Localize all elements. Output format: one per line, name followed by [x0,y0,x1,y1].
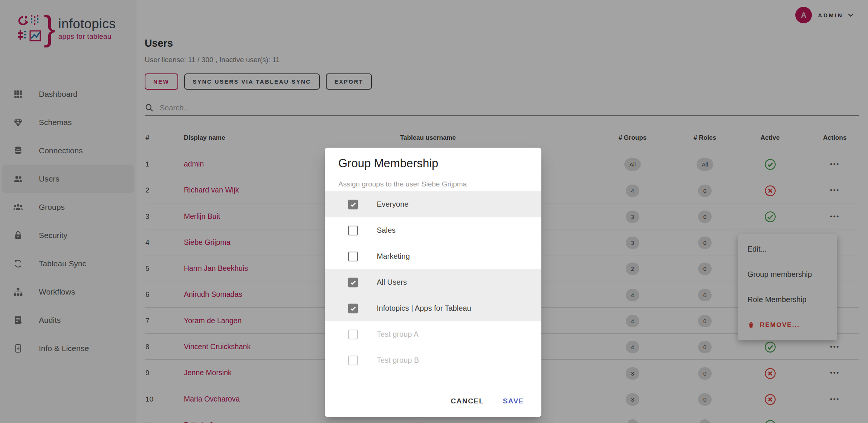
group-label: Test group B [377,356,419,365]
checkbox[interactable] [348,252,358,261]
check-icon [349,305,357,312]
group-checkbox-row[interactable]: Everyone [325,191,541,217]
checkbox[interactable] [348,304,358,313]
save-button[interactable]: SAVE [502,395,525,408]
checkbox[interactable] [348,226,358,235]
group-label: All Users [377,278,407,287]
checkbox[interactable] [348,356,358,365]
group-label: Marketing [377,252,410,261]
group-checkbox-row[interactable]: Test group A [325,321,541,347]
group-checkbox-row[interactable]: Infotopics | Apps for Tableau [325,295,541,321]
group-checkbox-row[interactable]: Marketing [325,243,541,269]
group-label: Everyone [377,200,409,209]
check-icon [349,279,357,286]
app-window: } infotopics apps for tableau Dashboard … [0,0,868,423]
group-checkbox-row[interactable]: Test group B [325,347,541,373]
dialog-subtitle: Assign groups to the user Siebe Grijpma [338,180,467,188]
group-label: Test group A [377,330,419,339]
check-icon [349,201,357,208]
group-checkbox-row[interactable]: Sales [325,217,541,243]
group-label: Sales [377,226,396,235]
checkbox[interactable] [348,200,358,209]
group-membership-dialog: Group Membership Assign groups to the us… [325,148,541,417]
checkbox[interactable] [348,330,358,339]
cancel-button[interactable]: CANCEL [450,395,484,408]
checkbox[interactable] [348,278,358,287]
group-checkbox-list: Everyone Sales Marketing All Users [325,191,541,373]
dialog-title: Group Membership [338,157,438,170]
group-checkbox-row[interactable]: All Users [325,269,541,295]
group-label: Infotopics | Apps for Tableau [377,304,471,313]
dialog-actions: CANCEL SAVE [450,393,525,409]
